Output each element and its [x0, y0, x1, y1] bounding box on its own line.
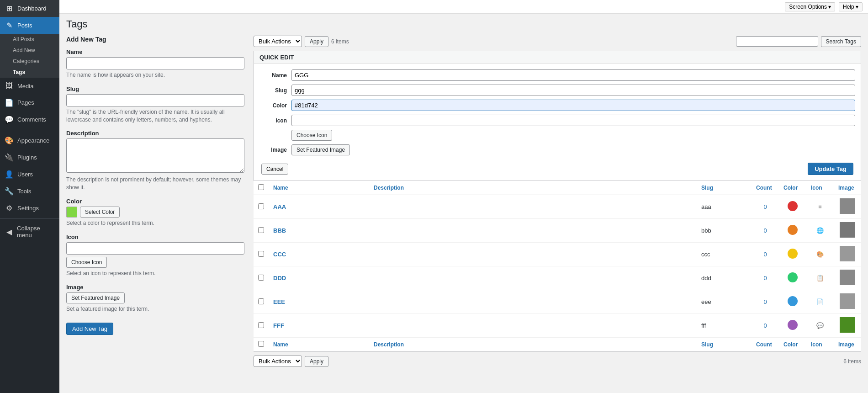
- sidebar-item-plugins[interactable]: 🔌 Plugins: [0, 149, 59, 166]
- row-checkbox-4[interactable]: [258, 298, 264, 304]
- sidebar-item-tools[interactable]: 🔧 Tools: [0, 183, 59, 200]
- qe-name-label: Name: [259, 72, 287, 79]
- qe-update-button[interactable]: Update Tag: [808, 163, 853, 175]
- choose-icon-button[interactable]: Choose Icon: [66, 257, 107, 268]
- slug-input[interactable]: [66, 94, 244, 106]
- color-dot-4: [788, 296, 798, 306]
- row-icon-1: 🌐: [806, 219, 834, 243]
- collapse-icon: ◀: [5, 228, 13, 236]
- th-description-link[interactable]: Description: [374, 185, 404, 191]
- sidebar-item-users[interactable]: 👤 Users: [0, 166, 59, 183]
- tag-name-link-0[interactable]: AAA: [273, 203, 286, 210]
- row-count-link-5[interactable]: 0: [763, 322, 767, 329]
- row-count-link-2[interactable]: 0: [763, 251, 767, 258]
- row-count-0: 0: [752, 195, 779, 219]
- qe-icon-input[interactable]: [291, 115, 855, 126]
- tf-color-link[interactable]: Color: [783, 341, 798, 348]
- sidebar-item-comments[interactable]: 💬 Comments: [0, 111, 59, 128]
- row-count-link-3[interactable]: 0: [763, 275, 767, 281]
- sidebar-label-comments: Comments: [17, 116, 46, 123]
- search-tags-input[interactable]: [736, 36, 818, 47]
- qe-icon-row: Icon: [259, 115, 855, 126]
- sidebar-subitem-all-posts[interactable]: All Posts: [0, 34, 59, 45]
- dashboard-icon: ⊞: [5, 4, 14, 13]
- sidebar-item-settings[interactable]: ⚙ Settings: [0, 200, 59, 217]
- help-button[interactable]: Help ▾: [839, 2, 863, 11]
- sidebar-item-posts[interactable]: ✎ Posts: [0, 17, 59, 34]
- th-slug-link[interactable]: Slug: [701, 185, 713, 191]
- image-field-group: Image Set Featured Image Set a featured …: [66, 284, 244, 313]
- quick-edit-header: QUICK EDIT: [254, 51, 861, 64]
- page-title: Tags: [66, 18, 861, 30]
- color-field-group: Color Select Color Select a color to rep…: [66, 198, 244, 227]
- th-slug: Slug: [697, 181, 752, 195]
- sidebar-item-pages[interactable]: 📄 Pages: [0, 94, 59, 111]
- select-all-checkbox[interactable]: [258, 184, 264, 190]
- bottom-bulk-actions-select[interactable]: Bulk Actions: [254, 356, 302, 367]
- row-count-link-0[interactable]: 0: [763, 203, 767, 210]
- tf-icon: Icon: [806, 338, 834, 352]
- sidebar-subitem-add-new[interactable]: Add New: [0, 45, 59, 56]
- th-color-link[interactable]: Color: [783, 185, 798, 191]
- sidebar-item-appearance[interactable]: 🎨 Appearance: [0, 132, 59, 149]
- select-color-button[interactable]: Select Color: [80, 207, 120, 218]
- tag-name-link-1[interactable]: BBB: [273, 227, 286, 234]
- select-all-footer-checkbox[interactable]: [258, 341, 264, 347]
- qe-slug-input[interactable]: [291, 85, 855, 96]
- row-checkbox-0[interactable]: [258, 203, 264, 209]
- row-checkbox-1[interactable]: [258, 227, 264, 233]
- row-checkbox-5[interactable]: [258, 322, 264, 328]
- apply-button[interactable]: Apply: [305, 36, 328, 47]
- name-input[interactable]: [66, 57, 244, 69]
- row-count-link-1[interactable]: 0: [763, 227, 767, 234]
- tag-name-link-2[interactable]: CCC: [273, 251, 286, 258]
- row-checkbox-2[interactable]: [258, 251, 264, 257]
- th-icon-link[interactable]: Icon: [811, 185, 822, 191]
- tag-name-link-5[interactable]: FFF: [273, 322, 284, 329]
- tf-name-link[interactable]: Name: [273, 341, 288, 348]
- users-icon: 👤: [5, 170, 14, 179]
- sidebar-item-collapse[interactable]: ◀ Collapse menu: [0, 221, 59, 243]
- qe-color-input[interactable]: [291, 100, 855, 111]
- qe-name-input[interactable]: [291, 69, 855, 81]
- sidebar-item-dashboard[interactable]: ⊞ Dashboard: [0, 0, 59, 17]
- row-count-link-4[interactable]: 0: [763, 298, 767, 305]
- icon-input[interactable]: [66, 242, 244, 255]
- row-thumb-5: [840, 317, 855, 333]
- tf-slug-link[interactable]: Slug: [701, 341, 713, 348]
- tag-name-link-4[interactable]: EEE: [273, 298, 285, 305]
- description-textarea[interactable]: [66, 138, 244, 173]
- qe-set-image-button[interactable]: Set Featured Image: [291, 144, 350, 155]
- search-tags-button[interactable]: Search Tags: [821, 36, 862, 47]
- tf-icon-link[interactable]: Icon: [811, 341, 822, 348]
- bulk-actions-select[interactable]: Bulk Actions: [254, 36, 302, 47]
- bottom-apply-button[interactable]: Apply: [305, 356, 328, 367]
- th-count-link[interactable]: Count: [756, 185, 772, 191]
- sidebar-subitem-tags[interactable]: Tags: [0, 67, 59, 78]
- sidebar-subitem-categories[interactable]: Categories: [0, 56, 59, 67]
- row-color-0: [779, 195, 806, 219]
- set-featured-image-button[interactable]: Set Featured Image: [66, 292, 125, 303]
- row-checkbox-3[interactable]: [258, 275, 264, 281]
- th-name-link[interactable]: Name: [273, 185, 288, 191]
- sidebar-item-media[interactable]: 🖼 Media: [0, 78, 59, 94]
- name-label: Name: [66, 48, 244, 55]
- th-image-link[interactable]: Image: [838, 185, 854, 191]
- th-color: Color: [779, 181, 806, 195]
- tf-count-link[interactable]: Count: [756, 341, 772, 348]
- qe-choose-icon-button[interactable]: Choose Icon: [291, 130, 332, 141]
- tf-description-link[interactable]: Description: [374, 341, 404, 348]
- qe-cancel-button[interactable]: Cancel: [261, 164, 288, 175]
- sidebar-label-collapse: Collapse menu: [17, 225, 55, 239]
- row-check-2: [254, 243, 269, 266]
- sidebar-label-media: Media: [17, 83, 33, 90]
- row-name-0: AAA: [269, 195, 369, 219]
- screen-options-chevron-icon: ▾: [828, 4, 831, 10]
- tf-image-link[interactable]: Image: [838, 341, 854, 348]
- screen-options-button[interactable]: Screen Options ▾: [785, 2, 835, 11]
- add-tag-form: Add New Tag Name The name is how it appe…: [66, 36, 244, 335]
- content-layout: Add New Tag Name The name is how it appe…: [66, 36, 861, 367]
- tag-name-link-3[interactable]: DDD: [273, 275, 286, 281]
- table-topbar: Bulk Actions Apply 6 items Search Tags: [254, 36, 861, 47]
- add-new-tag-button[interactable]: Add New Tag: [66, 323, 113, 335]
